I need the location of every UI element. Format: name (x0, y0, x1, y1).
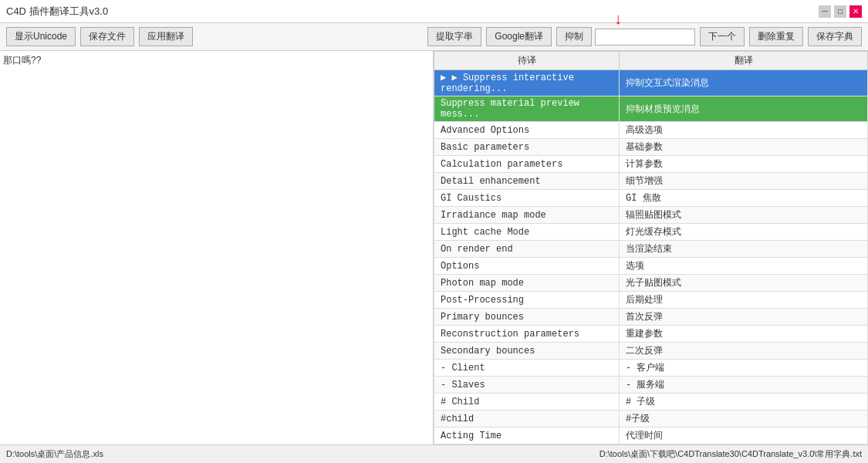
cell-translation: 计算参数 (620, 156, 868, 173)
cell-translation: 代理时间 (620, 428, 868, 444)
table-row[interactable]: Secondary bounces二次反弹 (434, 343, 868, 360)
cell-translation: 辐照贴图模式 (620, 207, 868, 224)
show-unicode-button[interactable]: 显示Unicode (6, 27, 76, 46)
cell-translation: 灯光缓存模式 (620, 224, 868, 241)
cell-source: Basic parameters (434, 139, 620, 156)
cell-translation: 光子贴图模式 (620, 275, 868, 292)
header-translation: 翻译 (620, 52, 868, 70)
header-source: 待译 (434, 52, 620, 70)
close-button[interactable]: ✕ (849, 5, 862, 18)
cell-translation: 高级选项 (620, 122, 868, 139)
cell-source: Photon map mode (434, 275, 620, 292)
next-button[interactable]: 下一个 (700, 27, 745, 46)
table-row[interactable]: ▶ Suppress interactive rendering...抑制交互式… (434, 70, 868, 96)
cell-translation: 对齐阈值 (620, 444, 868, 445)
search-area: 抑制 ↓ (556, 27, 695, 46)
cell-translation: - 服务端 (620, 377, 868, 394)
cell-translation: 当渲染结束 (620, 241, 868, 258)
status-left-path: D:\tools\桌面\产品信息.xls (6, 448, 103, 460)
table-row[interactable]: - Slaves- 服务端 (434, 377, 868, 394)
cell-translation: 基础参数 (620, 139, 868, 156)
table-header-row: 待译 翻译 (434, 52, 868, 70)
cell-source: Irradiance map mode (434, 207, 620, 224)
cell-translation: 抑制材质预览消息 (620, 96, 868, 122)
cell-source: On render end (434, 241, 620, 258)
table-row[interactable]: On render end当渲染结束 (434, 241, 868, 258)
cell-source: # Child (434, 394, 620, 411)
cell-translation: 抑制交互式渲染消息 (620, 70, 868, 96)
table-row[interactable]: Basic parameters基础参数 (434, 139, 868, 156)
table-row[interactable]: Light cache Mode灯光缓存模式 (434, 224, 868, 241)
table-row[interactable]: Post-Processing后期处理 (434, 292, 868, 309)
cell-source: #child (434, 411, 620, 428)
cell-translation: 后期处理 (620, 292, 868, 309)
table-row[interactable]: Reconstruction parameters重建参数 (434, 326, 868, 343)
window-controls: ─ □ ✕ (819, 5, 862, 18)
table-row[interactable]: Primary bounces首次反弹 (434, 309, 868, 326)
table-row[interactable]: #child#子级 (434, 411, 868, 428)
table-row[interactable]: Irradiance map mode辐照贴图模式 (434, 207, 868, 224)
cell-source: Acting Time (434, 428, 620, 444)
cell-source: Reconstruction parameters (434, 326, 620, 343)
cell-source: - Client (434, 360, 620, 377)
cell-translation: # 子级 (620, 394, 868, 411)
cell-source: Light cache Mode (434, 224, 620, 241)
table-body: ▶ Suppress interactive rendering...抑制交互式… (434, 70, 868, 445)
table-row[interactable]: Acting Time代理时间 (434, 428, 868, 444)
cell-translation: 细节增强 (620, 173, 868, 190)
save-dictionary-button[interactable]: 保存字典 (808, 27, 862, 46)
cell-source: ▶ Suppress interactive rendering... (434, 70, 620, 96)
cell-source: Suppress material preview mess... (434, 96, 620, 122)
table-row[interactable]: GI CausticsGI 焦散 (434, 190, 868, 207)
search-input[interactable] (595, 29, 695, 46)
extract-strings-button[interactable]: 提取字串 (427, 27, 481, 46)
status-bar: D:\tools\桌面\产品信息.xls D:\tools\桌面\下载吧\C4D… (0, 444, 868, 463)
table-row[interactable]: # Child# 子级 (434, 394, 868, 411)
cell-source: GI Caustics (434, 190, 620, 207)
table-row[interactable]: Advanced Options高级选项 (434, 122, 868, 139)
table-row[interactable]: Options选项 (434, 258, 868, 275)
cell-translation: #子级 (620, 411, 868, 428)
cell-translation: 首次反弹 (620, 309, 868, 326)
table-row[interactable]: Detail enhancement细节增强 (434, 173, 868, 190)
table-row[interactable]: Alignment Threshold对齐阈值 (434, 444, 868, 445)
remove-duplicates-button[interactable]: 删除重复 (749, 27, 803, 46)
table-row[interactable]: Photon map mode光子贴图模式 (434, 275, 868, 292)
right-panel: 待译 翻译 ▶ Suppress interactive rendering..… (434, 51, 868, 444)
cell-source: Options (434, 258, 620, 275)
table-row[interactable]: Calculation parameters计算参数 (434, 156, 868, 173)
apply-translation-button[interactable]: 应用翻译 (139, 27, 193, 46)
left-panel-text: 那口嗎?? (3, 55, 41, 66)
save-file-button[interactable]: 保存文件 (80, 27, 134, 46)
cell-translation: 二次反弹 (620, 343, 868, 360)
status-right-path: D:\tools\桌面\下载吧\C4DTranslate30\C4DTransl… (599, 448, 862, 460)
translation-table: 待译 翻译 ▶ Suppress interactive rendering..… (434, 51, 868, 444)
table-scroll[interactable]: 待译 翻译 ▶ Suppress interactive rendering..… (434, 51, 868, 444)
app-title: C4D 插件翻译工具v3.0 (6, 5, 108, 19)
table-row[interactable]: Suppress material preview mess...抑制材质预览消… (434, 96, 868, 122)
cell-source: - Slaves (434, 377, 620, 394)
cell-translation: 选项 (620, 258, 868, 275)
cell-translation: 重建参数 (620, 326, 868, 343)
cell-source: Primary bounces (434, 309, 620, 326)
cell-source: Post-Processing (434, 292, 620, 309)
cell-source: Calculation parameters (434, 156, 620, 173)
cell-source: Alignment Threshold (434, 444, 620, 445)
cell-source: Detail enhancement (434, 173, 620, 190)
main-content: 那口嗎?? 待译 翻译 ▶ Suppress interactive rende… (0, 51, 868, 444)
suppress-button[interactable]: 抑制 (556, 27, 592, 46)
google-translate-button[interactable]: Google翻译 (486, 27, 552, 46)
cell-source: Secondary bounces (434, 343, 620, 360)
cell-translation: GI 焦散 (620, 190, 868, 207)
cell-translation: - 客户端 (620, 360, 868, 377)
table-row[interactable]: - Client- 客户端 (434, 360, 868, 377)
toolbar: 显示Unicode 保存文件 应用翻译 提取字串 Google翻译 抑制 ↓ 下… (0, 23, 868, 51)
left-panel: 那口嗎?? (0, 51, 434, 444)
cell-source: Advanced Options (434, 122, 620, 139)
title-bar: C4D 插件翻译工具v3.0 ─ □ ✕ (0, 0, 868, 23)
minimize-button[interactable]: ─ (819, 5, 831, 18)
maximize-button[interactable]: □ (834, 5, 846, 18)
